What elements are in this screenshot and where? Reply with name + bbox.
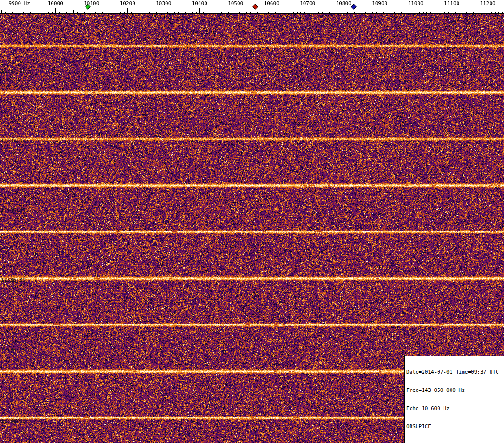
freq-tick: [211, 12, 211, 13]
freq-tick-label: 10000: [48, 0, 63, 7]
freq-tick: [167, 12, 168, 13]
freq-tick: [218, 10, 218, 13]
freq-tick: [484, 12, 484, 13]
freq-tick: [300, 12, 301, 13]
freq-tick: [84, 12, 85, 13]
freq-tick: [124, 12, 125, 13]
freq-tick: [106, 12, 106, 13]
freq-tick-label: 9900 Hz: [9, 0, 30, 7]
freq-tick: [426, 12, 427, 13]
info-echo-line: Echo=10 600 Hz: [406, 405, 502, 411]
freq-tick: [337, 12, 337, 13]
frequency-ruler[interactable]: 9900 Hz100001010010200103001040010500106…: [0, 0, 504, 14]
freq-tick: [470, 10, 470, 13]
info-freq-line: Freq=143 050 000 Hz: [406, 387, 502, 393]
freq-tick: [246, 12, 247, 13]
freq-tick: [318, 12, 319, 13]
freq-tick: [146, 10, 146, 13]
freq-tick: [156, 12, 157, 13]
freq-tick-label: 10300: [156, 0, 171, 7]
freq-tick: [225, 12, 225, 13]
freq-tick: [228, 12, 229, 13]
freq-tick-label: 11100: [444, 0, 459, 7]
freq-tick: [423, 12, 424, 13]
freq-tick-label: 10400: [192, 0, 207, 7]
waterfall-area[interactable]: 11:37:1511:37:0011:36:4511:36:3011:36:15…: [0, 14, 504, 443]
freq-tick: [283, 12, 283, 13]
freq-tick: [70, 12, 70, 13]
freq-tick: [232, 12, 232, 13]
freq-tick-label: 10200: [120, 0, 135, 7]
status-info-box: Date=2014-07-01 Time=09:37 UTC Freq=143 …: [404, 356, 504, 443]
freq-tick: [293, 12, 294, 13]
freq-tick: [131, 12, 132, 13]
freq-tick: [239, 12, 240, 13]
freq-tick: [452, 8, 452, 13]
freq-tick: [113, 12, 113, 13]
freq-tick-label: 10900: [372, 0, 387, 7]
freq-tick: [110, 10, 110, 13]
red-frequency-marker-icon[interactable]: [252, 4, 259, 10]
freq-tick: [441, 12, 441, 13]
freq-tick: [199, 8, 200, 13]
freq-tick: [139, 12, 139, 13]
freq-tick: [55, 8, 56, 13]
freq-tick: [66, 12, 67, 13]
freq-tick: [304, 12, 305, 13]
blue-frequency-marker-icon[interactable]: [351, 4, 357, 10]
info-date-line: Date=2014-07-01 Time=09:37 UTC: [406, 369, 502, 375]
freq-tick: [405, 12, 405, 13]
freq-tick: [491, 12, 492, 13]
freq-tick: [434, 10, 434, 13]
freq-tick: [416, 8, 416, 13]
freq-tick: [326, 10, 326, 13]
freq-tick: [308, 8, 308, 13]
freq-tick: [279, 12, 279, 13]
freq-tick: [174, 12, 175, 13]
freq-tick: [438, 12, 438, 13]
freq-tick: [383, 12, 384, 13]
freq-tick: [95, 12, 96, 13]
freq-tick: [312, 12, 312, 13]
freq-tick: [214, 12, 214, 13]
freq-tick: [477, 12, 477, 13]
freq-tick: [16, 12, 16, 13]
freq-tick: [369, 12, 369, 13]
freq-tick: [207, 12, 207, 13]
freq-tick: [34, 12, 34, 13]
freq-tick: [257, 12, 258, 13]
freq-tick: [419, 12, 420, 13]
freq-tick: [48, 12, 49, 13]
freq-tick: [275, 12, 276, 13]
freq-tick: [398, 10, 398, 13]
freq-tick: [391, 12, 391, 13]
freq-tick: [322, 12, 323, 13]
freq-tick: [459, 12, 459, 13]
freq-tick: [495, 12, 496, 13]
freq-tick: [365, 12, 366, 13]
freq-tick: [376, 12, 377, 13]
freq-tick: [394, 12, 395, 13]
freq-tick: [196, 12, 197, 13]
freq-tick: [5, 12, 6, 13]
freq-tick: [466, 12, 467, 13]
freq-tick: [236, 8, 236, 13]
freq-tick: [92, 8, 92, 13]
freq-tick: [333, 12, 333, 13]
freq-tick: [203, 12, 204, 13]
freq-tick: [430, 12, 431, 13]
freq-tick: [189, 12, 189, 13]
freq-tick: [290, 10, 290, 13]
freq-tick: [99, 12, 99, 13]
freq-tick: [142, 12, 142, 13]
freq-tick: [135, 12, 135, 13]
freq-tick: [149, 12, 150, 13]
freq-tick: [153, 12, 153, 13]
freq-tick: [23, 12, 24, 13]
freq-tick: [77, 12, 78, 13]
freq-tick: [498, 12, 499, 13]
freq-tick: [463, 12, 463, 13]
freq-tick: [297, 12, 298, 13]
freq-tick: [351, 12, 351, 13]
freq-tick: [185, 12, 186, 13]
